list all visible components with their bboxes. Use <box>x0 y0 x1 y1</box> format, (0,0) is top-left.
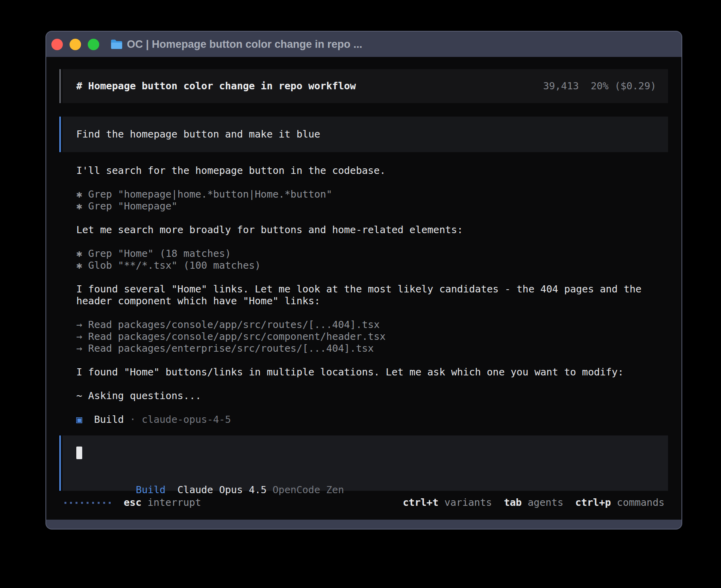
spinner-dot <box>81 502 83 504</box>
hint-label: commands <box>617 497 664 508</box>
transcript-line: ✱ Glob "**/*.tsx" (100 matches) <box>76 260 668 271</box>
titlebar: OC | Homepage button color change in rep… <box>46 32 681 57</box>
transcript-line: ~ Asking questions... <box>76 390 668 402</box>
prompt-input[interactable]: BuildClaude Opus 4.5OpenCode Zen <box>59 435 668 491</box>
transcript-line <box>76 236 668 248</box>
agent-badge-icon: ▣ <box>76 414 94 426</box>
input-line[interactable] <box>76 447 656 459</box>
spinner-dot <box>92 502 94 504</box>
keyboard-hint: tab agents <box>504 497 564 509</box>
transcript-line <box>76 212 668 224</box>
transcript-line: Let me search more broadly for buttons a… <box>76 224 668 236</box>
user-message-text: Find the homepage button and make it blu… <box>62 117 668 152</box>
transcript-line <box>76 177 668 188</box>
hint-label: agents <box>528 497 563 508</box>
transcript-segment: → Read packages/console/app/src/componen… <box>76 331 386 342</box>
transcript-line <box>76 402 668 414</box>
spinner-dot <box>64 502 66 504</box>
interrupt-hint: esc interrupt <box>124 497 201 509</box>
esc-key-label: esc <box>124 497 142 508</box>
zoom-button[interactable] <box>88 39 99 50</box>
transcript-segment: header component which have "Home" links… <box>76 295 320 307</box>
minimize-button[interactable] <box>70 39 81 50</box>
transcript-segment: → Read packages/enterprise/src/routes/[.… <box>76 343 374 354</box>
spinner-dot <box>109 502 111 504</box>
user-message: Find the homepage button and make it blu… <box>59 117 668 152</box>
model-row: BuildClaude Opus 4.5OpenCode Zen <box>76 472 656 484</box>
transcript-segment: Let me search more broadly for buttons a… <box>76 224 463 236</box>
transcript-line: I found several "Home" links. Let me loo… <box>76 283 668 295</box>
spinner-dot <box>70 502 72 504</box>
session-stats: 39,413 20% ($0.29) <box>543 80 656 92</box>
transcript-segment: ✱ Grep "homepage|home.*button|Home.*butt… <box>76 188 332 200</box>
session-title: # Homepage button color change in repo w… <box>76 80 356 92</box>
spinner-dots-icon <box>64 502 111 504</box>
transcript-segment: ✱ Grep "Home" (18 matches) <box>76 248 231 259</box>
transcript-segment: I found "Home" buttons/links in multiple… <box>76 366 624 378</box>
transcript-line <box>76 307 668 319</box>
transcript-line <box>76 354 668 366</box>
hint-key: tab <box>504 497 522 508</box>
transcript-line: ✱ Grep "Home" (18 matches) <box>76 248 668 260</box>
window-title: OC | Homepage button color change in rep… <box>127 38 362 51</box>
transcript-segment: → Read packages/console/app/src/routes/[… <box>76 319 380 330</box>
transcript-segment: ✱ Glob "**/*.tsx" (100 matches) <box>76 260 261 271</box>
transcript-segment: Build <box>94 414 124 425</box>
transcript-line: I found "Home" buttons/links in multiple… <box>76 366 668 378</box>
transcript-segment: ✱ Grep "Homepage" <box>76 200 177 212</box>
keyboard-hint: ctrl+p commands <box>575 497 664 509</box>
transcript-line: ▣Build · claude-opus-4-5 <box>76 414 668 426</box>
transcript-segment: I'll search for the homepage button in t… <box>76 165 386 176</box>
transcript-line <box>76 378 668 390</box>
transcript-segment: I found several "Home" links. Let me loo… <box>76 283 642 295</box>
close-button[interactable] <box>51 39 63 50</box>
transcript-segment: · claude-opus-4-5 <box>124 414 231 425</box>
hint-key: ctrl+p <box>575 497 611 508</box>
terminal-viewport[interactable]: # Homepage button color change in repo w… <box>46 57 681 520</box>
transcript-segment: ~ Asking questions... <box>76 390 201 401</box>
agent-name: Build <box>136 484 166 496</box>
input-border <box>59 435 61 491</box>
hint-key: ctrl+t <box>403 497 438 508</box>
transcript-line: ✱ Grep "homepage|home.*button|Home.*butt… <box>76 188 668 200</box>
transcript-line <box>76 271 668 283</box>
transcript-line: ✱ Grep "Homepage" <box>76 200 668 212</box>
transcript-line: → Read packages/console/app/src/routes/[… <box>76 319 668 331</box>
transcript-line: I'll search for the homepage button in t… <box>76 165 668 177</box>
spinner-dot <box>98 502 100 504</box>
spinner-dot <box>75 502 77 504</box>
transcript-line: → Read packages/enterprise/src/routes/[.… <box>76 343 668 354</box>
keyboard-hints: ctrl+t variantstab agentsctrl+p commands <box>403 497 664 509</box>
transcript-line: header component which have "Home" links… <box>76 295 668 307</box>
session-header: # Homepage button color change in repo w… <box>59 69 668 103</box>
transcript-line: → Read packages/console/app/src/componen… <box>76 331 668 343</box>
provider-name: OpenCode Zen <box>273 484 344 496</box>
transcript: I'll search for the homepage button in t… <box>59 165 668 426</box>
traffic-lights <box>51 39 99 50</box>
status-bar: esc interrupt ctrl+t variantstab agentsc… <box>59 497 668 509</box>
folder-icon <box>111 39 123 49</box>
spinner-dot <box>87 502 89 504</box>
hint-label: variants <box>444 497 492 508</box>
terminal-window: OC | Homepage button color change in rep… <box>45 31 682 530</box>
model-name: Claude Opus 4.5 <box>177 484 267 496</box>
text-cursor <box>76 447 82 459</box>
user-message-border <box>59 117 61 152</box>
header-border <box>59 69 61 103</box>
keyboard-hint: ctrl+t variants <box>403 497 492 509</box>
spinner-dot <box>103 502 105 504</box>
